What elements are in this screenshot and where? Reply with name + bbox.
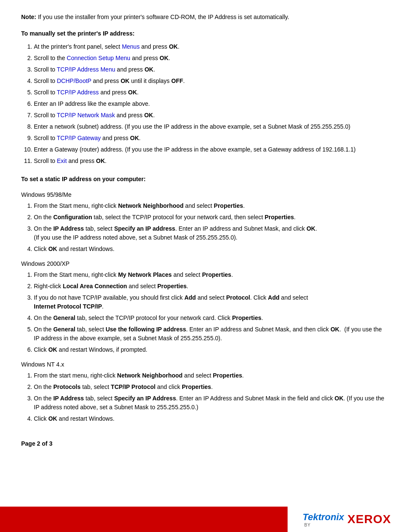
static-section-title: To set a static IP address on your compu… bbox=[21, 175, 385, 184]
bold-ip-address: IP Address bbox=[53, 225, 84, 232]
bold-protocol: Protocol bbox=[226, 294, 250, 301]
wnt-step-2: On the Protocols tab, select TCP/IP Prot… bbox=[34, 383, 385, 391]
bold-network-neighborhood: Network Neighborhood bbox=[118, 202, 184, 209]
windows-9598me-title: Windows 95/98/Me bbox=[21, 191, 385, 198]
manual-step-5: Scroll to TCP/IP Address and press OK. bbox=[34, 88, 385, 97]
manual-step-9: Scroll to TCP/IP Gateway and press OK. bbox=[34, 134, 385, 143]
ok-bold-1: OK bbox=[169, 43, 178, 50]
wnt-step-3: On the IP Address tab, select Specify an… bbox=[34, 394, 385, 412]
bold-ok-nt-3: OK bbox=[335, 395, 343, 402]
w9x-step-3-sub: (If you use the IP address noted above, … bbox=[34, 234, 238, 241]
link-tcpip-address: TCP/IP Address bbox=[57, 89, 99, 96]
manual-step-11: Scroll to Exit and press OK. bbox=[34, 157, 385, 165]
bold-properties-nt-2: Properties bbox=[182, 383, 211, 390]
note-line: Note: If you use the installer from your… bbox=[21, 13, 385, 22]
bold-properties-nt-1: Properties bbox=[213, 372, 242, 379]
link-connection-setup: Connection Setup Menu bbox=[67, 55, 130, 61]
bold-internet-protocol-tcpip: Internet Protocol TCP/IP bbox=[34, 303, 102, 310]
manual-step-7: Scroll to TCP/IP Network Mask and press … bbox=[34, 111, 385, 120]
windows-nt4x-title: Windows NT 4.x bbox=[21, 361, 385, 368]
bold-tcpip-protocol: TCP/IP Protocol bbox=[111, 383, 156, 390]
bold-local-area-connection: Local Area Connection bbox=[63, 283, 127, 289]
bold-network-neighborhood-nt: Network Neighborhood bbox=[117, 372, 183, 379]
w9x-step-3: On the IP Address tab, select Specify an… bbox=[34, 224, 385, 242]
manual-step-1: At the printer's front panel, select Men… bbox=[34, 42, 385, 51]
bold-ok-4: OK bbox=[48, 245, 57, 252]
bold-specify-ip: Specify an IP address bbox=[114, 225, 175, 232]
bold-general-1: General bbox=[53, 314, 75, 321]
w9x-step-4: Click OK and restart Windows. bbox=[34, 245, 385, 254]
windows-nt4x-steps: From the start menu, right-click Network… bbox=[34, 371, 385, 423]
manual-section-title: To manually set the printer's IP address… bbox=[21, 29, 385, 38]
bold-use-following-ip: Use the following IP address bbox=[106, 326, 186, 333]
off-bold: OFF bbox=[171, 77, 183, 84]
manual-step-8: Enter a network (subnet) address. (If yo… bbox=[34, 122, 385, 131]
w2k-step-6: Click OK and restart Windows, if prompte… bbox=[34, 345, 385, 354]
bold-properties-1: Properties bbox=[214, 202, 243, 209]
link-tcpip-gateway: TCP/IP Gateway bbox=[57, 135, 101, 141]
link-dchp-bootp: DCHP/BootP bbox=[57, 77, 91, 84]
ok-bold-4: OK bbox=[121, 77, 129, 84]
w9x-step-2: On the Configuration tab, select the TCP… bbox=[34, 213, 385, 222]
footer-red-bar bbox=[0, 507, 288, 532]
ok-bold-3: OK bbox=[145, 66, 154, 73]
link-tcpip-address-menu: TCP/IP Address Menu bbox=[57, 66, 115, 73]
bold-ip-address-nt: IP Address bbox=[53, 395, 84, 402]
w2k-step-2: Right-click Local Area Connection and se… bbox=[34, 282, 385, 291]
footer-logo-area: Tektronix BY XEROX bbox=[288, 507, 406, 532]
manual-step-2: Scroll to the Connection Setup Menu and … bbox=[34, 54, 385, 63]
wnt-step-1: From the start menu, right-click Network… bbox=[34, 371, 385, 380]
manual-step-3: Scroll to TCP/IP Address Menu and press … bbox=[34, 65, 385, 74]
bold-ok-w2k-5: OK bbox=[330, 326, 339, 333]
xerox-logo-text: XEROX bbox=[348, 513, 391, 526]
page-footer: Tektronix BY XEROX bbox=[0, 507, 406, 532]
link-tcpip-network-mask: TCP/IP Network Mask bbox=[57, 112, 115, 119]
w2k-step-4: On the General tab, select the TCP/IP pr… bbox=[34, 314, 385, 323]
manual-step-4: Scroll to DCHP/BootP and press OK until … bbox=[34, 77, 385, 85]
ok-bold-9: OK bbox=[130, 135, 139, 141]
ok-bold-2: OK bbox=[159, 55, 168, 61]
bold-specify-ip-address-nt: Specify an IP Address bbox=[114, 395, 176, 402]
tektronix-logo-text: Tektronix bbox=[302, 512, 344, 523]
w9x-step-1: From the Start menu, right-click Network… bbox=[34, 201, 385, 210]
bold-my-network-places: My Network Places bbox=[118, 271, 172, 278]
manual-step-6: Enter an IP address like the example abo… bbox=[34, 99, 385, 108]
bold-configuration: Configuration bbox=[53, 214, 92, 221]
bold-ok-nt-4: OK bbox=[48, 415, 57, 422]
bold-ok-w2k-6: OK bbox=[48, 346, 57, 353]
by-label: BY bbox=[304, 523, 310, 527]
link-menus: Menus bbox=[122, 43, 140, 50]
bold-properties-w2k-1: Properties bbox=[202, 271, 231, 278]
bold-add-2: Add bbox=[268, 294, 280, 301]
wnt-step-4: Click OK and restart Windows. bbox=[34, 414, 385, 423]
bold-general-2: General bbox=[53, 326, 75, 333]
bold-properties-2: Properties bbox=[265, 214, 294, 221]
bold-protocols: Protocols bbox=[53, 383, 81, 390]
page-number: Page 2 of 3 bbox=[21, 440, 385, 447]
link-exit: Exit bbox=[57, 157, 66, 164]
bold-add-1: Add bbox=[184, 294, 196, 301]
w2k-step-3: If you do not have TCP/IP available, you… bbox=[34, 293, 385, 311]
manual-steps-list: At the printer's front panel, select Men… bbox=[34, 42, 385, 165]
bold-properties-w2k-4: Properties bbox=[232, 314, 261, 321]
w2k-step-1: From the Start menu, right-click My Netw… bbox=[34, 270, 385, 279]
note-text: If you use the installer from your print… bbox=[36, 14, 289, 20]
page-content: Note: If you use the installer from your… bbox=[0, 0, 406, 498]
bold-ok-3: OK bbox=[307, 225, 315, 232]
ok-bold-5: OK bbox=[128, 89, 137, 96]
windows-2000xp-steps: From the Start menu, right-click My Netw… bbox=[34, 270, 385, 354]
note-label: Note: bbox=[21, 14, 36, 20]
windows-9598me-steps: From the Start menu, right-click Network… bbox=[34, 201, 385, 254]
manual-step-10: Enter a Gateway (router) address. (If yo… bbox=[34, 145, 385, 154]
ok-bold-7: OK bbox=[144, 112, 153, 119]
w2k-step-5: On the General tab, select Use the follo… bbox=[34, 325, 385, 343]
windows-2000xp-title: Windows 2000/XP bbox=[21, 260, 385, 267]
bold-properties-w2k-2: Properties bbox=[157, 283, 187, 289]
ok-bold-11: OK bbox=[96, 157, 105, 164]
